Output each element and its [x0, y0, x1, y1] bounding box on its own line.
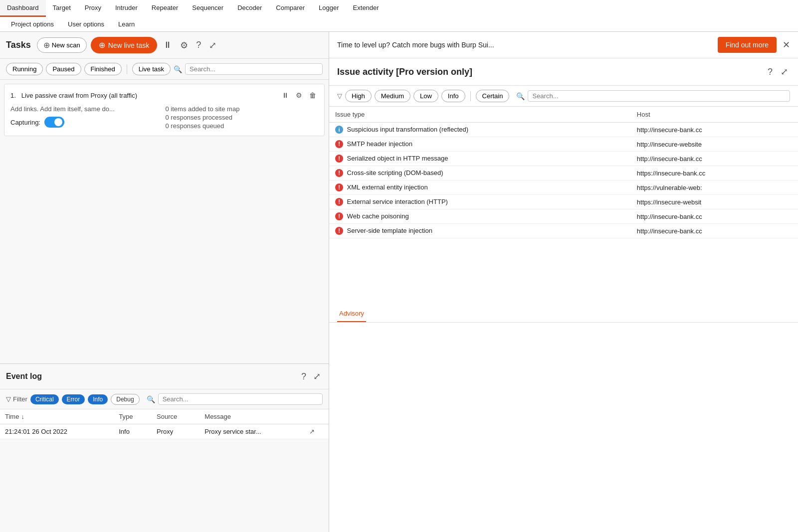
sev-low[interactable]: Low — [413, 90, 438, 102]
event-filter-bar: ▽ Filter Critical Error Info Debug 🔍 — [0, 389, 329, 409]
event-log-header: Event log ? ⤢ — [0, 364, 329, 389]
event-log-title: Event log — [6, 372, 42, 381]
issue-row-2[interactable]: ! SMTP header injection http://insecure-… — [329, 137, 798, 152]
task-description: Add links. Add item itself, same do... — [10, 105, 164, 113]
issue-row-7[interactable]: ! Web cache poisoning http://insecure-ba… — [329, 209, 798, 224]
sev-info[interactable]: Info — [441, 90, 465, 102]
nav-tab-intruder[interactable]: Intruder — [108, 0, 145, 17]
nav-tab-comparer[interactable]: Comparer — [269, 0, 312, 17]
task-pause-button[interactable]: ⏸ — [280, 89, 291, 101]
nav-tab-learn[interactable]: Learn — [111, 18, 142, 30]
task-number: 1. — [10, 92, 16, 99]
task-stat-1: 0 items added to site map — [166, 105, 319, 113]
toggle-slider — [44, 117, 64, 128]
badge-debug[interactable]: Debug — [111, 394, 139, 405]
nav-tab-repeater[interactable]: Repeater — [145, 0, 185, 17]
nav-tab-extender[interactable]: Extender — [346, 0, 386, 17]
nav-tab-dashboard[interactable]: Dashboard — [0, 0, 46, 17]
sev-divider — [470, 91, 471, 101]
promo-close-button[interactable]: ✕ — [783, 39, 790, 50]
filter-live-task[interactable]: Live task — [132, 63, 171, 75]
capturing-label: Capturing: — [10, 119, 40, 126]
tasks-search-box[interactable] — [185, 63, 323, 75]
main-layout: Tasks ⊕ New scan ⊕ New live task ⏸ ⚙ ? ⤢… — [0, 32, 798, 532]
badge-info[interactable]: Info — [88, 394, 108, 404]
high-severity-icon-7: ! — [335, 227, 343, 235]
nav-tab-sequencer[interactable]: Sequencer — [185, 0, 230, 17]
issue-activity-expand-button[interactable]: ⤢ — [779, 64, 790, 79]
sort-icon[interactable]: ↓ — [21, 413, 24, 420]
nav-tab-user-options[interactable]: User options — [61, 18, 111, 30]
issue-host-3: http://insecure-bank.cc — [631, 152, 798, 166]
sev-high[interactable]: High — [345, 90, 372, 102]
nav-tab-decoder[interactable]: Decoder — [230, 0, 269, 17]
event-table-header-row: Time ↓ Type Source Message — [0, 409, 329, 424]
col-type: Type — [114, 409, 152, 424]
issue-host-5: https://vulnerable-web: — [631, 180, 798, 195]
event-log-controls: ? ⤢ — [299, 369, 323, 384]
issue-search-box[interactable] — [528, 90, 790, 102]
issue-row-1[interactable]: i Suspicious input transformation (refle… — [329, 123, 798, 137]
nav-tab-logger[interactable]: Logger — [312, 0, 346, 17]
new-scan-label: New scan — [52, 41, 80, 49]
advisory-tabs: Advisory — [329, 306, 798, 323]
task-controls: ⏸ ⚙ 🗑 — [280, 89, 318, 101]
issue-row-3[interactable]: ! Serialized object in HTTP message http… — [329, 152, 798, 166]
issue-row-4[interactable]: ! Cross-site scripting (DOM-based) https… — [329, 166, 798, 180]
issues-table: Issue type Host i Suspicious input trans… — [329, 107, 798, 238]
task-item-1: 1. Live passive crawl from Proxy (all tr… — [4, 84, 325, 136]
badge-error[interactable]: Error — [62, 394, 85, 404]
task-stats-area: 0 items added to site map 0 responses pr… — [166, 105, 319, 131]
issue-activity-help-button[interactable]: ? — [766, 65, 775, 79]
issue-search-icon: 🔍 — [516, 92, 525, 100]
issue-type-2: ! SMTP header injection — [329, 137, 631, 152]
col-host: Host — [631, 107, 798, 123]
sev-certain[interactable]: Certain — [476, 90, 510, 102]
tasks-search-input[interactable] — [190, 65, 318, 73]
severity-filter-icon: ▽ — [337, 92, 342, 100]
issue-type-3: ! Serialized object in HTTP message — [329, 152, 631, 166]
capturing-toggle[interactable] — [44, 117, 64, 128]
issues-header-row: Issue type Host — [329, 107, 798, 123]
cell-message: Proxy service star... — [200, 424, 304, 439]
filter-running[interactable]: Running — [6, 63, 43, 75]
task-name: Live passive crawl from Proxy (all traff… — [21, 92, 137, 99]
cell-link[interactable]: ↗ — [304, 424, 329, 439]
filter-paused[interactable]: Paused — [46, 63, 81, 75]
nav-tab-project-options[interactable]: Project options — [4, 18, 61, 30]
high-severity-icon-2: ! — [335, 155, 343, 163]
tab-advisory[interactable]: Advisory — [337, 306, 366, 322]
filter-finished[interactable]: Finished — [84, 63, 122, 75]
tasks-header: Tasks ⊕ New scan ⊕ New live task ⏸ ⚙ ? ⤢ — [0, 32, 329, 59]
pause-button[interactable]: ⏸ — [161, 38, 174, 52]
new-scan-button[interactable]: ⊕ New scan — [37, 37, 87, 53]
col-source: Source — [152, 409, 200, 424]
sev-medium[interactable]: Medium — [375, 90, 410, 102]
task-settings-button[interactable]: ⚙ — [294, 89, 304, 101]
tasks-body: 1. Live passive crawl from Proxy (all tr… — [0, 80, 329, 363]
find-out-more-button[interactable]: Find out more — [718, 37, 777, 53]
left-panel: Tasks ⊕ New scan ⊕ New live task ⏸ ⚙ ? ⤢… — [0, 32, 329, 532]
issue-row-6[interactable]: ! External service interaction (HTTP) ht… — [329, 195, 798, 209]
filter-label: ▽ Filter — [6, 395, 27, 403]
search-icon: 🔍 — [174, 65, 182, 73]
new-live-task-button[interactable]: ⊕ New live task — [91, 37, 157, 53]
issues-table-head: Issue type Host — [329, 107, 798, 123]
event-log-help-button[interactable]: ? — [299, 369, 308, 384]
task-delete-button[interactable]: 🗑 — [307, 89, 318, 101]
help-button[interactable]: ? — [194, 38, 203, 52]
issues-table-body: i Suspicious input transformation (refle… — [329, 123, 798, 238]
expand-button[interactable]: ⤢ — [207, 38, 218, 53]
settings-button[interactable]: ⚙ — [178, 38, 190, 53]
nav-tab-target[interactable]: Target — [46, 0, 78, 17]
event-log-search-box[interactable] — [158, 393, 323, 405]
issue-search-input[interactable] — [532, 92, 786, 100]
issue-row-5[interactable]: ! XML external entity injection https://… — [329, 180, 798, 195]
event-log-search-input[interactable] — [163, 395, 318, 403]
issue-row-8[interactable]: ! Server-side template injection http://… — [329, 224, 798, 238]
badge-critical[interactable]: Critical — [30, 394, 59, 404]
event-table: Time ↓ Type Source Message 21:2 — [0, 409, 329, 439]
event-log-expand-button[interactable]: ⤢ — [311, 369, 323, 384]
top-navigation: Dashboard Target Proxy Intruder Repeater… — [0, 0, 798, 32]
nav-tab-proxy[interactable]: Proxy — [78, 0, 108, 17]
